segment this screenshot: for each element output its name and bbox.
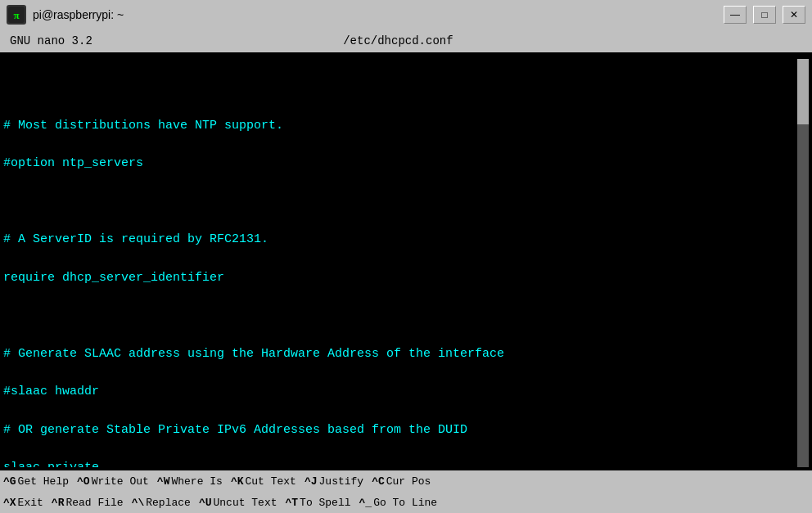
shortcut-get-help[interactable]: ^G Get Help bbox=[3, 475, 69, 488]
shortcut-replace[interactable]: ^\ Replace bbox=[132, 497, 191, 509]
shortcut-go-to-line[interactable]: ^_ Go To Line bbox=[359, 497, 438, 509]
line-8: # Generate SLAAC address using the Hardw… bbox=[3, 344, 797, 363]
line-4 bbox=[3, 192, 797, 211]
line-1 bbox=[3, 78, 797, 97]
shortcut-cur-pos[interactable]: ^C Cur Pos bbox=[372, 475, 431, 488]
nano-filename: /etc/dhcpcd.conf bbox=[343, 34, 453, 47]
line-11: slaac private bbox=[3, 458, 797, 467]
shortcut-bar-2: ^X Exit ^R Read File ^\ Replace ^U Uncut… bbox=[0, 492, 812, 513]
line-3: #option ntp_servers bbox=[3, 154, 797, 173]
minimize-button[interactable]: — bbox=[724, 6, 747, 24]
shortcut-where-is[interactable]: ^W Where Is bbox=[157, 475, 223, 488]
maximize-button[interactable]: □ bbox=[753, 6, 776, 24]
shortcut-justify[interactable]: ^J Justify bbox=[304, 475, 363, 488]
nano-header: GNU nano 3.2 /etc/dhcpcd.conf bbox=[0, 29, 812, 52]
shortcut-cut-text[interactable]: ^K Cut Text bbox=[231, 475, 296, 488]
app-icon: π bbox=[7, 5, 26, 25]
line-10: # OR generate Stable Private IPv6 Addres… bbox=[3, 421, 797, 439]
window-title: pi@raspberrypi: ~ bbox=[33, 8, 124, 21]
shortcut-uncut-text[interactable]: ^U Uncut Text bbox=[199, 497, 277, 509]
shortcut-read-file[interactable]: ^R Read File bbox=[52, 497, 124, 509]
scrollbar[interactable] bbox=[797, 59, 809, 467]
svg-text:π: π bbox=[13, 9, 19, 21]
editor-content[interactable]: # Most distributions have NTP support. #… bbox=[3, 59, 797, 467]
title-bar-left: π pi@raspberrypi: ~ bbox=[7, 5, 124, 25]
nano-version: GNU nano 3.2 bbox=[10, 34, 92, 47]
line-7 bbox=[3, 306, 797, 325]
shortcut-exit[interactable]: ^X Exit bbox=[3, 497, 43, 509]
title-bar: π pi@raspberrypi: ~ — □ ✕ bbox=[0, 0, 812, 29]
window-controls: — □ ✕ bbox=[724, 6, 805, 24]
shortcut-bar-1: ^G Get Help ^O Write Out ^W Where Is ^K … bbox=[0, 470, 812, 492]
line-6: require dhcp_server_identifier bbox=[3, 268, 797, 287]
shortcut-write-out[interactable]: ^O Write Out bbox=[77, 475, 149, 488]
line-5: # A ServerID is required by RFC2131. bbox=[3, 230, 797, 249]
line-2: # Most distributions have NTP support. bbox=[3, 116, 797, 135]
line-9: #slaac hwaddr bbox=[3, 382, 797, 401]
close-button[interactable]: ✕ bbox=[783, 6, 805, 24]
scrollbar-thumb[interactable] bbox=[797, 59, 809, 124]
shortcut-to-spell[interactable]: ^T To Spell bbox=[286, 497, 351, 509]
editor-area[interactable]: # Most distributions have NTP support. #… bbox=[0, 52, 812, 470]
